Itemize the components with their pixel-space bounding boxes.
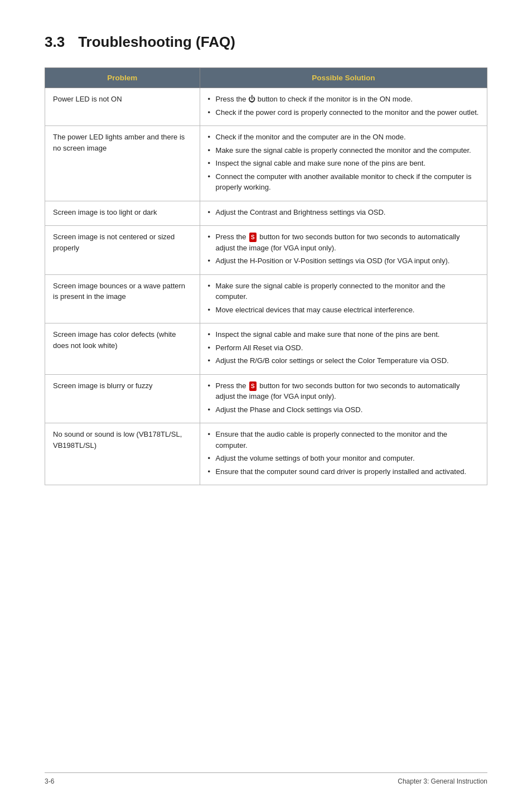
s-icon: S xyxy=(249,381,257,391)
problem-cell: The power LED lights amber and there is … xyxy=(45,126,200,201)
solution-item: Perform All Reset via OSD. xyxy=(208,342,479,354)
problem-cell: Screen image bounces or a wave pattern i… xyxy=(45,274,200,323)
solution-cell: Make sure the signal cable is properly c… xyxy=(200,274,487,323)
page-title: 3.3Troubleshooting (FAQ) xyxy=(45,33,487,51)
solution-item: Press the ⏻ button to check if the monit… xyxy=(208,94,479,105)
faq-table: Problem Possible Solution Power LED is n… xyxy=(45,67,487,485)
solution-item: Adjust the Contrast and Brightness setti… xyxy=(208,207,479,218)
table-row: Screen image is not centered or sized pr… xyxy=(45,226,487,275)
solution-item: Inspect the signal cable and make sure n… xyxy=(208,158,479,169)
solution-item: Make sure the signal cable is properly c… xyxy=(208,145,479,156)
problem-cell: No sound or sound is low (VB178TL/SL, VB… xyxy=(45,423,200,485)
table-row: Screen image bounces or a wave pattern i… xyxy=(45,274,487,323)
page: 3.3Troubleshooting (FAQ) Problem Possibl… xyxy=(0,0,532,802)
solution-cell: Press the S button for two seconds butto… xyxy=(200,374,487,423)
solution-cell: Press the ⏻ button to check if the monit… xyxy=(200,88,487,126)
solution-item: Check if the monitor and the computer ar… xyxy=(208,132,479,143)
solution-item: Press the S button for two seconds butto… xyxy=(208,380,479,402)
solution-item: Make sure the signal cable is properly c… xyxy=(208,281,479,302)
problem-cell: Screen image is not centered or sized pr… xyxy=(45,226,200,275)
table-row: No sound or sound is low (VB178TL/SL, VB… xyxy=(45,423,487,485)
footer-page-number: 3-6 xyxy=(45,777,54,785)
s-icon: S xyxy=(249,233,257,242)
solution-cell: Check if the monitor and the computer ar… xyxy=(200,126,487,201)
solution-item: Ensure that the computer sound card driv… xyxy=(208,466,479,477)
solution-cell: Press the S button for two seconds butto… xyxy=(200,226,487,275)
solution-item: Check if the power cord is properly conn… xyxy=(208,107,479,118)
problem-cell: Power LED is not ON xyxy=(45,88,200,126)
solution-item: Adjust the R/G/B color settings or selec… xyxy=(208,355,479,366)
solution-cell: Inspect the signal cable and make sure t… xyxy=(200,323,487,375)
problem-cell: Screen image has color defects (white do… xyxy=(45,323,200,375)
problem-cell: Screen image is blurry or fuzzy xyxy=(45,374,200,423)
section-heading: Troubleshooting (FAQ) xyxy=(78,33,235,50)
col-problem-header: Problem xyxy=(45,68,200,88)
page-footer: 3-6 Chapter 3: General Instruction xyxy=(45,772,487,785)
solution-item: Move electrical devices that may cause e… xyxy=(208,305,479,316)
solution-item: Adjust the volume settings of both your … xyxy=(208,453,479,464)
solution-item: Adjust the H-Position or V-Position sett… xyxy=(208,255,479,267)
solution-cell: Ensure that the audio cable is properly … xyxy=(200,423,487,485)
solution-item: Connect the computer with another availa… xyxy=(208,171,479,193)
power-icon: ⏻ xyxy=(248,95,255,103)
table-row: Screen image is too light or darkAdjust … xyxy=(45,201,487,226)
solution-item: Ensure that the audio cable is properly … xyxy=(208,429,479,451)
footer-chapter: Chapter 3: General Instruction xyxy=(398,777,487,785)
col-solution-header: Possible Solution xyxy=(200,68,487,88)
table-row: Screen image has color defects (white do… xyxy=(45,323,487,375)
table-row: Screen image is blurry or fuzzyPress the… xyxy=(45,374,487,423)
solution-item: Press the S button for two seconds butto… xyxy=(208,231,479,253)
solution-cell: Adjust the Contrast and Brightness setti… xyxy=(200,201,487,226)
solution-item: Inspect the signal cable and make sure t… xyxy=(208,329,479,340)
solution-item: Adjust the Phase and Clock settings via … xyxy=(208,404,479,416)
problem-cell: Screen image is too light or dark xyxy=(45,201,200,226)
table-row: Power LED is not ONPress the ⏻ button to… xyxy=(45,88,487,126)
table-row: The power LED lights amber and there is … xyxy=(45,126,487,201)
section-number: 3.3 xyxy=(45,33,65,50)
